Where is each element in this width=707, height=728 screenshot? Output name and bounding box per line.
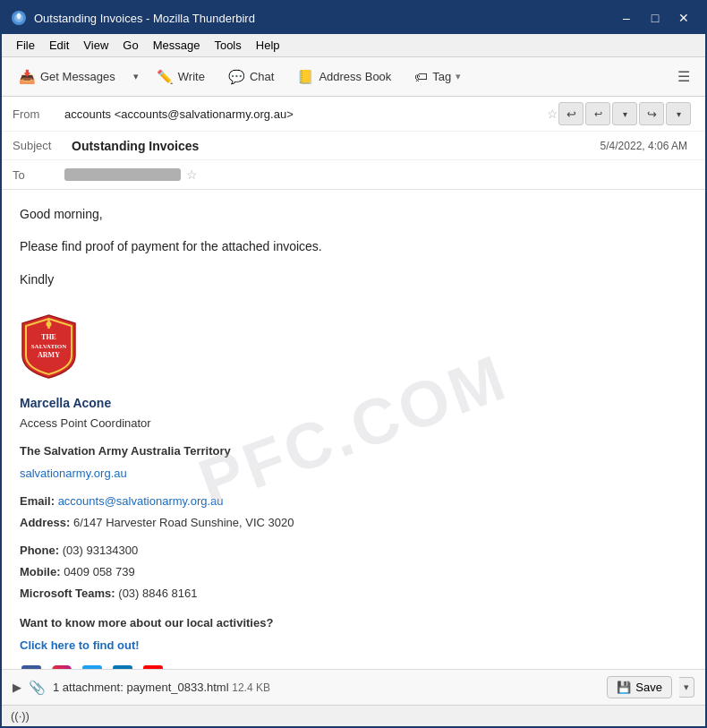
menu-file[interactable]: File — [9, 37, 42, 54]
tag-label: Tag — [432, 70, 451, 83]
svg-text:THE: THE — [41, 333, 56, 341]
body-line1: Please find proof of payment for the att… — [20, 236, 687, 256]
youtube-icon[interactable] — [141, 664, 165, 669]
sender-title: Access Point Coordinator — [20, 415, 687, 433]
maximize-button[interactable]: □ — [643, 8, 668, 28]
email-header: From accounts <accounts@salvationarmy.or… — [2, 97, 705, 190]
title-bar: Outstanding Invoices - Mozilla Thunderbi… — [2, 2, 705, 34]
nav-buttons: ↩ ↩ ▾ ↪ ▾ — [558, 102, 694, 125]
mobile-line: Mobile: 0409 058 739 — [20, 562, 687, 582]
from-value: accounts <accounts@salvationarmy.org.au> — [64, 107, 541, 121]
connection-icon: ((·)) — [11, 709, 30, 723]
menu-message[interactable]: Message — [146, 37, 208, 54]
write-icon: ✏️ — [157, 69, 174, 85]
app-icon — [11, 10, 27, 26]
linkedin-icon[interactable]: in — [111, 664, 134, 669]
to-label: To — [13, 168, 64, 182]
address-value: 6/147 Harvester Road Sunshine, VIC 3020 — [73, 516, 294, 529]
facebook-icon[interactable]: f — [20, 664, 43, 669]
hamburger-menu-button[interactable]: ☰ — [669, 63, 698, 90]
write-button[interactable]: ✏️ Write — [147, 64, 215, 90]
address-book-button[interactable]: 📒 Address Book — [287, 64, 401, 90]
teams-line: Microsoft Teams: (03) 8846 8161 — [20, 584, 687, 604]
phone-label: Phone: — [20, 544, 59, 557]
from-row: From accounts <accounts@salvationarmy.or… — [2, 97, 705, 132]
org-url-link[interactable]: salvationarmy.org.au — [20, 467, 127, 480]
to-row: To ☆ — [2, 160, 705, 189]
email-body: PFC.COM Good morning, Please find proof … — [2, 190, 705, 669]
email-label: Email: — [20, 494, 55, 508]
menu-bar: File Edit View Go Message Tools Help — [2, 34, 705, 57]
svg-rect-16 — [143, 665, 163, 669]
from-label: From — [13, 107, 64, 121]
forward-button[interactable]: ↪ — [639, 102, 664, 125]
org-name: The Salvation Army Australia Territory — [20, 442, 687, 461]
sender-name: Marcella Acone — [20, 396, 111, 410]
twitter-icon[interactable]: 𝕏 — [81, 664, 104, 669]
svg-point-6 — [47, 321, 52, 327]
save-dropdown-button[interactable]: ▾ — [679, 677, 694, 698]
window-controls: – □ ✕ — [614, 8, 696, 28]
menu-go[interactable]: Go — [115, 37, 145, 54]
nav-dropdown-button[interactable]: ▾ — [612, 102, 637, 125]
expand-icon[interactable]: ▶ — [13, 681, 21, 694]
address-sig-line: Address: 6/147 Harvester Road Sunshine, … — [20, 513, 687, 533]
more-button[interactable]: ▾ — [666, 102, 691, 125]
cta-text: Want to know more about our local activi… — [20, 614, 687, 633]
back-button[interactable]: ↩ — [558, 102, 583, 125]
menu-tools[interactable]: Tools — [207, 37, 248, 54]
attachment-icon: 📎 — [29, 680, 46, 696]
subject-row: Subject Outstanding Invoices 5/4/2022, 4… — [2, 132, 705, 160]
phone-value: (03) 93134300 — [63, 544, 139, 557]
attachment-count: 1 attachment: payment_0833.html 12.4 KB — [53, 681, 270, 694]
teams-label: Microsoft Teams: — [20, 587, 115, 600]
social-icons-row: f 𝕏 in — [20, 664, 687, 669]
minimize-button[interactable]: – — [614, 8, 639, 28]
to-value-blurred — [64, 168, 181, 181]
address-book-icon: 📒 — [297, 69, 314, 85]
chat-label: Chat — [250, 70, 274, 83]
email-date: 5/4/2022, 4:06 AM — [601, 140, 694, 152]
email-sig-line: Email: accounts@salvationarmy.org.au — [20, 492, 687, 511]
attachment-size: 12.4 KB — [232, 681, 270, 694]
cta-link[interactable]: Click here to find out! — [20, 638, 140, 652]
close-button[interactable]: ✕ — [671, 8, 696, 28]
menu-view[interactable]: View — [76, 37, 115, 54]
save-icon: 💾 — [617, 681, 631, 694]
subject-value: Outstanding Invoices — [72, 139, 199, 153]
email-body-wrapper: PFC.COM Good morning, Please find proof … — [2, 190, 705, 669]
get-messages-icon: 📥 — [19, 69, 36, 85]
save-button[interactable]: 💾 Save — [607, 676, 672, 698]
greeting-text: Good morning, — [20, 204, 687, 224]
status-bar: ((·)) — [2, 705, 705, 726]
svg-rect-14 — [113, 665, 132, 669]
address-book-label: Address Book — [319, 70, 391, 83]
attachment-filename[interactable]: payment_0833.html — [126, 681, 228, 694]
email-value-link[interactable]: accounts@salvationarmy.org.au — [58, 494, 224, 508]
svg-text:ARMY: ARMY — [38, 351, 60, 359]
chat-icon: 💬 — [228, 69, 245, 85]
toolbar: 📥 Get Messages ▾ ✏️ Write 💬 Chat 📒 Addre… — [2, 57, 705, 97]
get-messages-label: Get Messages — [40, 70, 115, 83]
phone-line: Phone: (03) 93134300 — [20, 541, 687, 561]
mobile-label: Mobile: — [20, 565, 61, 578]
svg-rect-9 — [52, 665, 72, 669]
window-title: Outstanding Invoices - Mozilla Thunderbi… — [34, 12, 255, 25]
get-messages-button[interactable]: 📥 Get Messages — [9, 64, 125, 90]
salvation-army-logo: THE SALVATION ARMY — [20, 313, 78, 380]
body-line2: Kindly — [20, 270, 687, 289]
teams-value: (03) 8846 8161 — [118, 587, 197, 600]
tag-button[interactable]: 🏷 Tag ▾ — [405, 64, 471, 90]
title-bar-left: Outstanding Invoices - Mozilla Thunderbi… — [11, 10, 255, 26]
to-star-icon[interactable]: ☆ — [186, 167, 198, 182]
star-icon[interactable]: ☆ — [547, 107, 558, 121]
get-messages-dropdown[interactable]: ▾ — [129, 65, 143, 88]
chat-button[interactable]: 💬 Chat — [218, 64, 284, 90]
attachment-bar: ▶ 📎 1 attachment: payment_0833.html 12.4… — [2, 669, 705, 705]
reply-all-button[interactable]: ↩ — [585, 102, 610, 125]
menu-help[interactable]: Help — [249, 37, 287, 54]
menu-edit[interactable]: Edit — [42, 37, 76, 54]
instagram-icon[interactable] — [50, 664, 73, 669]
tag-icon: 🏷 — [414, 69, 428, 84]
svg-text:SALVATION: SALVATION — [31, 343, 67, 350]
